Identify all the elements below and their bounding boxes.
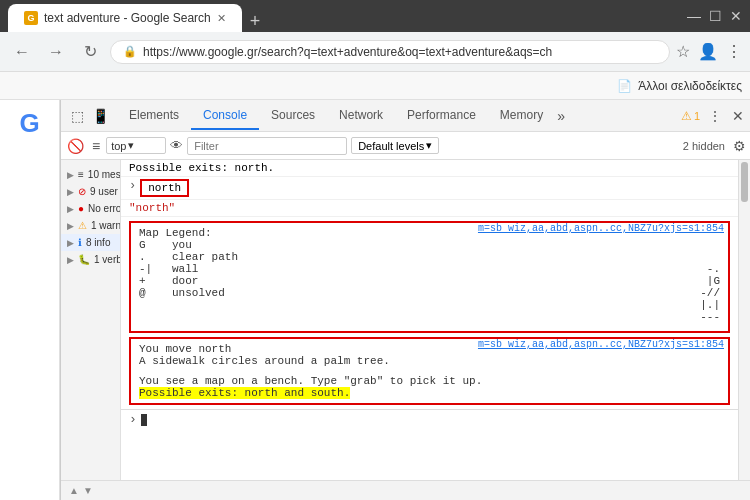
avatar-icon[interactable]: 👤 xyxy=(698,42,718,61)
warning-badge: ⚠ 1 xyxy=(681,109,700,123)
levels-label: Default levels xyxy=(358,140,424,152)
google-sidebar: G xyxy=(0,100,60,500)
console-scrollbar[interactable] xyxy=(738,160,750,480)
console-line-exits: Possible exits: north. xyxy=(121,160,738,177)
console-main[interactable]: Possible exits: north. › north "north" m… xyxy=(121,160,738,480)
maximize-btn[interactable]: ☐ xyxy=(709,8,722,24)
main-area: G ⬚ 📱 Elements Console Sources Network P… xyxy=(0,100,750,500)
lock-icon: 🔒 xyxy=(123,45,137,58)
warnings-label: 1 warning xyxy=(91,220,121,231)
new-tab-button[interactable]: + xyxy=(242,11,269,32)
legend-line-3: -| wall -. xyxy=(139,263,720,275)
user-input-text: north xyxy=(140,179,189,197)
forward-button[interactable]: → xyxy=(42,43,70,61)
scroll-thumb[interactable] xyxy=(741,162,748,202)
logo-g: G xyxy=(19,108,39,138)
errors-label: No errors xyxy=(88,203,121,214)
hidden-badge: 2 hidden xyxy=(679,140,729,152)
sidebar-item-messages[interactable]: ▶ ≡ 10 messages xyxy=(61,166,120,183)
levels-select[interactable]: Default levels ▾ xyxy=(351,137,439,154)
context-label: top xyxy=(111,140,126,152)
sidebar-item-info[interactable]: ▶ ℹ 8 info xyxy=(61,234,120,251)
expand-icon: ▶ xyxy=(67,221,74,231)
context-selector[interactable]: top ▾ xyxy=(106,137,166,154)
tab-network[interactable]: Network xyxy=(327,102,395,130)
input-prompt-2: › xyxy=(129,412,137,427)
messages-icon: ≡ xyxy=(78,169,84,180)
highlighted-exits: Possible exits: north and south. xyxy=(139,387,350,399)
eye-icon[interactable]: 👁 xyxy=(170,138,183,153)
tab-performance[interactable]: Performance xyxy=(395,102,488,130)
scroll-down-btn[interactable]: ▼ xyxy=(83,485,93,496)
settings-icon[interactable]: ⚙ xyxy=(733,138,746,154)
console-filter-bar: 🚫 ≡ top ▾ 👁 Default levels ▾ 2 hidden ⚙ xyxy=(61,132,750,160)
more-tabs-icon[interactable]: » xyxy=(555,106,567,126)
error-icon: ● xyxy=(78,203,84,214)
mobile-icon[interactable]: 📱 xyxy=(90,106,111,126)
legend-line-2: . clear path xyxy=(139,251,720,263)
verbose-icon: 🐛 xyxy=(78,254,90,265)
console-inner: ▶ ≡ 10 messages ▶ ⊘ 9 user mess... ▶ ● xyxy=(61,160,750,480)
devtools-menu-icon[interactable]: ⋮ xyxy=(706,106,724,126)
filter-input[interactable] xyxy=(187,137,347,155)
move-line-2: A sidewalk circles around a palm tree. xyxy=(139,355,720,367)
warning-icon: ⚠ xyxy=(78,220,87,231)
url-text: https://www.google.gr/search?q=text+adve… xyxy=(143,45,552,59)
close-btn[interactable]: ✕ xyxy=(730,8,742,24)
string-output: "north" xyxy=(129,202,175,214)
messages-label: 10 messages xyxy=(88,169,121,180)
google-logo: G xyxy=(19,108,39,139)
console-clear-icon[interactable]: 🚫 xyxy=(65,136,86,156)
sidebar-item-verbose[interactable]: ▶ 🐛 1 verbose xyxy=(61,251,120,268)
devtools-toolbar: ⬚ 📱 Elements Console Sources Network Per… xyxy=(61,100,750,132)
map-legend-header: Map Legend: G you . clear path -| wall -… xyxy=(139,227,720,323)
tab-elements[interactable]: Elements xyxy=(117,102,191,130)
expand-icon: ▶ xyxy=(67,204,74,214)
console-input-line[interactable]: › xyxy=(121,409,738,429)
bookmark-icon: 📄 xyxy=(617,79,632,93)
devtools-icons: ⬚ 📱 xyxy=(65,106,115,126)
context-arrow: ▾ xyxy=(128,139,134,152)
address-bar-actions: ☆ 👤 ⋮ xyxy=(676,42,742,61)
devtools-tabs: Elements Console Sources Network Perform… xyxy=(117,102,567,130)
expand-icon: ▶ xyxy=(67,187,74,197)
info-icon: ℹ xyxy=(78,237,82,248)
inspector-icon[interactable]: ⬚ xyxy=(69,106,86,126)
tab-title: text adventure - Google Search xyxy=(44,11,211,25)
back-button[interactable]: ← xyxy=(8,43,36,61)
block-link-2[interactable]: m=sb wiz,aa,abd,aspn..cc,NBZ7u?xjs=s1:85… xyxy=(478,339,724,350)
refresh-button[interactable]: ↻ xyxy=(76,42,104,61)
devtools-toolbar-right: ⚠ 1 ⋮ ✕ xyxy=(681,106,746,126)
star-icon[interactable]: ☆ xyxy=(676,42,690,61)
input-prompt: › xyxy=(129,179,136,193)
user-icon: ⊘ xyxy=(78,186,86,197)
legend-line-1: G you xyxy=(139,239,720,251)
scroll-up-btn[interactable]: ▲ xyxy=(69,485,79,496)
tab-area: G text adventure - Google Search ✕ + xyxy=(8,0,268,32)
sidebar-item-warnings[interactable]: ▶ ⚠ 1 warning xyxy=(61,217,120,234)
cursor-blink xyxy=(141,414,147,426)
devtools-bottom: ▲ ▼ xyxy=(61,480,750,500)
url-bar[interactable]: 🔒 https://www.google.gr/search?q=text+ad… xyxy=(110,40,670,64)
devtools-close-icon[interactable]: ✕ xyxy=(730,106,746,126)
console-block-movement: m=sb wiz,aa,abd,aspn..cc,NBZ7u?xjs=s1:85… xyxy=(129,337,730,405)
tab-memory[interactable]: Memory xyxy=(488,102,555,130)
sidebar-item-errors[interactable]: ▶ ● No errors xyxy=(61,200,120,217)
user-label: 9 user mess... xyxy=(90,186,121,197)
tab-sources[interactable]: Sources xyxy=(259,102,327,130)
levels-arrow: ▾ xyxy=(426,139,432,152)
warning-icon: ⚠ xyxy=(681,109,692,123)
console-collapse-icon[interactable]: ≡ xyxy=(90,136,102,156)
info-label: 8 info xyxy=(86,237,110,248)
active-tab[interactable]: G text adventure - Google Search ✕ xyxy=(8,4,242,32)
block-link-1[interactable]: m=sb wiz,aa,abd,aspn..cc,NBZ7u?xjs=s1:85… xyxy=(478,223,724,234)
verbose-label: 1 verbose xyxy=(94,254,121,265)
bookmarks-label[interactable]: Άλλοι σελιδοδείκτες xyxy=(638,79,742,93)
tab-console[interactable]: Console xyxy=(191,102,259,130)
sidebar-item-user[interactable]: ▶ ⊘ 9 user mess... xyxy=(61,183,120,200)
close-tab-btn[interactable]: ✕ xyxy=(217,12,226,25)
minimize-btn[interactable]: — xyxy=(687,8,701,24)
menu-icon[interactable]: ⋮ xyxy=(726,42,742,61)
legend-line-7: --- xyxy=(139,311,720,323)
console-left-sidebar: ▶ ≡ 10 messages ▶ ⊘ 9 user mess... ▶ ● xyxy=(61,160,121,480)
